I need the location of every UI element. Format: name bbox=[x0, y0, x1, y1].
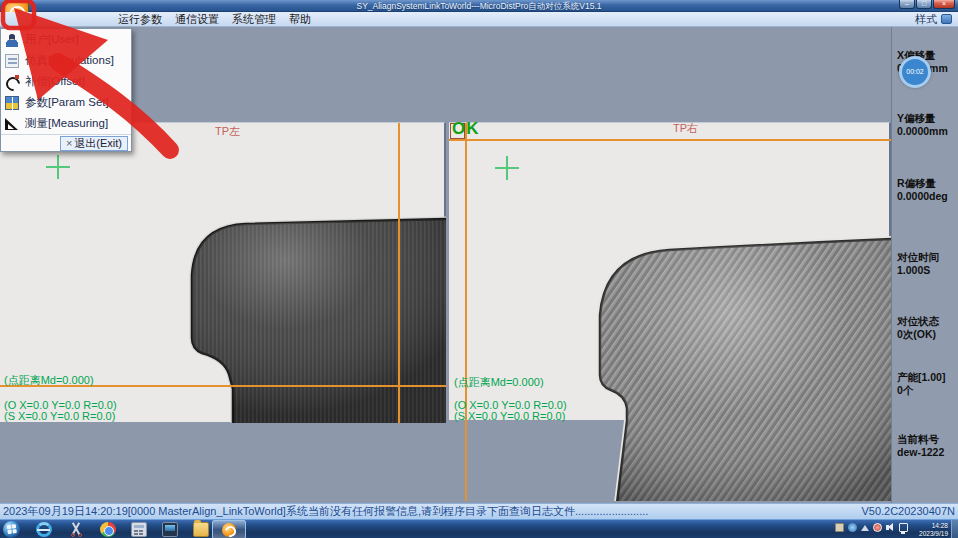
metric-label: Y偏移量 bbox=[897, 112, 958, 125]
window-controls: – □ × bbox=[898, 0, 955, 9]
menu-item-label: 参数[Param Set] bbox=[25, 95, 109, 110]
left-offset-s-readout: (S X=0.0 Y=0.0 R=0.0) bbox=[4, 411, 115, 422]
metrics-sidebar: X偏移量 0.0000mm Y偏移量 0.0000mm R偏移量 0.0000d… bbox=[891, 27, 958, 503]
user-icon bbox=[5, 33, 19, 47]
left-crosshair-vline bbox=[398, 123, 400, 423]
style-toolbar[interactable]: 样式 bbox=[915, 12, 952, 27]
metric-label: R偏移量 bbox=[897, 177, 958, 190]
metric-value: 0.0000deg bbox=[897, 190, 958, 203]
clock-date: 2023/9/19 bbox=[919, 530, 948, 538]
menu-item-user[interactable]: 用户[User] bbox=[1, 29, 131, 50]
app-logo-small-icon bbox=[222, 523, 236, 537]
display-settings-icon[interactable] bbox=[162, 522, 178, 537]
chrome-icon[interactable] bbox=[100, 522, 116, 537]
file-explorer-icon[interactable] bbox=[193, 522, 209, 537]
right-crosshair-vline bbox=[465, 123, 467, 501]
metric-value: 0个 bbox=[897, 384, 958, 397]
metric-y-offset: Y偏移量 0.0000mm bbox=[897, 112, 958, 137]
metric-align-status: 对位状态 0次(OK) bbox=[897, 315, 958, 340]
maximize-button[interactable]: □ bbox=[916, 0, 932, 9]
right-offset-s-readout: (S X=0.0 Y=0.0 R=0.0) bbox=[454, 411, 565, 422]
exit-close-icon: × bbox=[66, 137, 72, 149]
menu-item-simulations[interactable]: 仿真[Simulations] bbox=[1, 50, 131, 71]
start-button-icon[interactable] bbox=[3, 521, 20, 538]
offset-icon bbox=[5, 75, 19, 89]
right-result-badge: OK bbox=[452, 119, 480, 139]
active-app-taskbar-button[interactable] bbox=[212, 520, 246, 538]
menu-item-label: 用户[User] bbox=[25, 32, 79, 47]
left-panel-title: TP左 bbox=[215, 124, 240, 139]
simulation-icon bbox=[5, 54, 19, 68]
menu-item-offset[interactable]: 补偿[Offset] bbox=[1, 71, 131, 92]
metric-value: dew-1222 bbox=[897, 446, 958, 459]
menu-item-label: 测量[Measuring] bbox=[25, 116, 108, 131]
menu-run-params[interactable]: 运行参数 bbox=[116, 12, 164, 27]
camera-panel-left: TP左 (点距离Md=0.000) (O X=0.0 Y=0.0 R=0.0) … bbox=[0, 122, 446, 422]
system-popup-menu: 用户[User] 仿真[Simulations] 补偿[Offset] 参数[P… bbox=[0, 28, 132, 152]
right-distance-readout: (点距离Md=0.000) bbox=[454, 377, 544, 388]
tray-app-icon[interactable] bbox=[848, 523, 857, 532]
menu-system-mgmt[interactable]: 系统管理 bbox=[230, 12, 278, 27]
metric-label: 对位时间 bbox=[897, 251, 958, 264]
menu-exit-row: ×退出(Exit) bbox=[1, 134, 131, 151]
antivirus-tray-icon[interactable] bbox=[873, 523, 882, 532]
param-icon bbox=[5, 96, 19, 110]
right-panel-title: TP右 bbox=[673, 121, 698, 136]
style-toolbar-label: 样式 bbox=[915, 13, 937, 25]
metric-value: 1.000S bbox=[897, 264, 958, 277]
screen: SY_AliagnSystemLinkToWorld---MicroDistPr… bbox=[0, 0, 958, 538]
metric-label: 对位状态 bbox=[897, 315, 958, 328]
titlebar: SY_AliagnSystemLinkToWorld---MicroDistPr… bbox=[0, 0, 958, 12]
volume-icon[interactable] bbox=[886, 523, 895, 532]
style-dropdown-icon[interactable] bbox=[941, 14, 952, 24]
left-distance-readout: (点距离Md=0.000) bbox=[4, 375, 94, 386]
left-target-cross-icon bbox=[46, 155, 70, 179]
show-desktop-button[interactable] bbox=[951, 520, 958, 538]
calculator-icon[interactable] bbox=[131, 522, 147, 537]
menu-item-measuring[interactable]: 测量[Measuring] bbox=[1, 113, 131, 134]
metric-value: 0.0000mm bbox=[897, 125, 958, 138]
metric-label: 产能[1.00] bbox=[897, 371, 958, 384]
window-title: SY_AliagnSystemLinkToWorld---MicroDistPr… bbox=[0, 0, 958, 12]
recording-timer-badge: 00:02 bbox=[899, 56, 931, 88]
metric-throughput: 产能[1.00] 0个 bbox=[897, 371, 958, 396]
version-label: V50.2C20230407N bbox=[855, 504, 955, 519]
internet-explorer-icon[interactable] bbox=[36, 522, 52, 537]
taskbar: 14:28 2023/9/19 bbox=[0, 519, 958, 538]
close-button[interactable]: × bbox=[933, 0, 955, 9]
metric-label: 当前料号 bbox=[897, 433, 958, 446]
system-tray bbox=[835, 523, 908, 532]
menu-item-exit[interactable]: ×退出(Exit) bbox=[60, 136, 128, 151]
input-method-icon[interactable] bbox=[835, 523, 844, 532]
metric-r-offset: R偏移量 0.0000deg bbox=[897, 177, 958, 202]
menu-comm-settings[interactable]: 通信设置 bbox=[173, 12, 221, 27]
menu-item-label: 仿真[Simulations] bbox=[25, 53, 114, 68]
menu-item-params[interactable]: 参数[Param Set] bbox=[1, 92, 131, 113]
metric-value: 0次(OK) bbox=[897, 328, 958, 341]
measure-icon bbox=[5, 117, 19, 131]
camera-panel-right: OK TP右 (点距离Md=0.000) (O X=0.0 Y=0.0 R=0.… bbox=[449, 122, 891, 500]
snipping-tool-icon[interactable] bbox=[68, 522, 84, 537]
right-crosshair-hline bbox=[449, 139, 891, 141]
network-icon[interactable] bbox=[899, 523, 908, 532]
tray-expand-icon[interactable] bbox=[861, 525, 869, 531]
status-message: 2023年09月19日14:20:19[0000 MasterAlign_Lin… bbox=[3, 504, 648, 519]
metric-part-number: 当前料号 dew-1222 bbox=[897, 433, 958, 458]
metric-align-time: 对位时间 1.000S bbox=[897, 251, 958, 276]
taskbar-clock[interactable]: 14:28 2023/9/19 bbox=[919, 522, 948, 537]
menu-help[interactable]: 帮助 bbox=[287, 12, 313, 27]
menubar: 运行参数 通信设置 系统管理 帮助 样式 bbox=[0, 12, 958, 27]
statusbar: 2023年09月19日14:20:19[0000 MasterAlign_Lin… bbox=[0, 503, 958, 519]
clock-time: 14:28 bbox=[919, 522, 948, 530]
menu-items: 运行参数 通信设置 系统管理 帮助 bbox=[116, 12, 313, 27]
menu-item-label: 补偿[Offset] bbox=[25, 74, 85, 89]
exit-label: 退出(Exit) bbox=[74, 137, 122, 149]
right-target-cross-icon bbox=[495, 156, 519, 180]
client-area: TP左 (点距离Md=0.000) (O X=0.0 Y=0.0 R=0.0) … bbox=[0, 27, 958, 503]
minimize-button[interactable]: – bbox=[899, 0, 915, 9]
